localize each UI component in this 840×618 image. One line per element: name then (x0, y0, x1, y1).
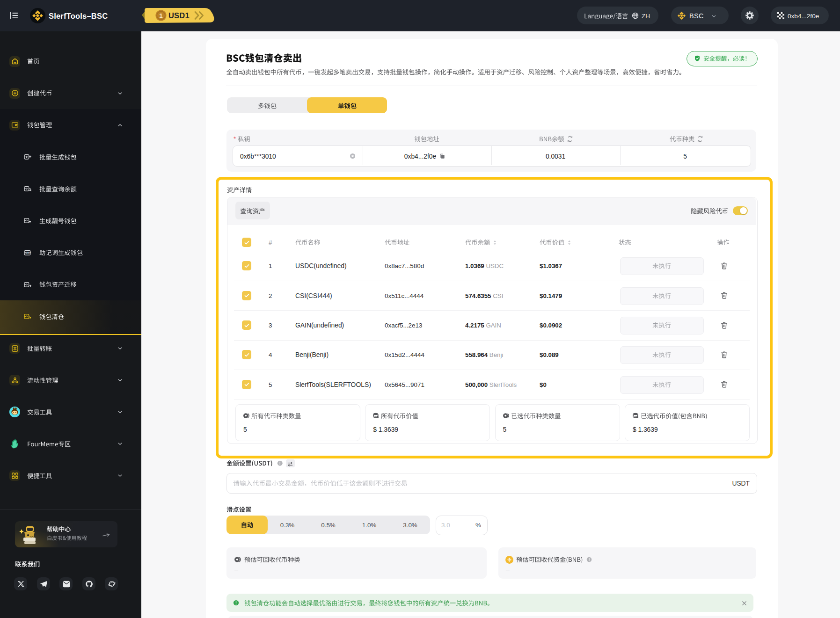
svg-text:MP: MP (27, 251, 31, 254)
svg-text:USD1: USD1 (168, 11, 190, 20)
svg-text:1: 1 (159, 12, 163, 19)
